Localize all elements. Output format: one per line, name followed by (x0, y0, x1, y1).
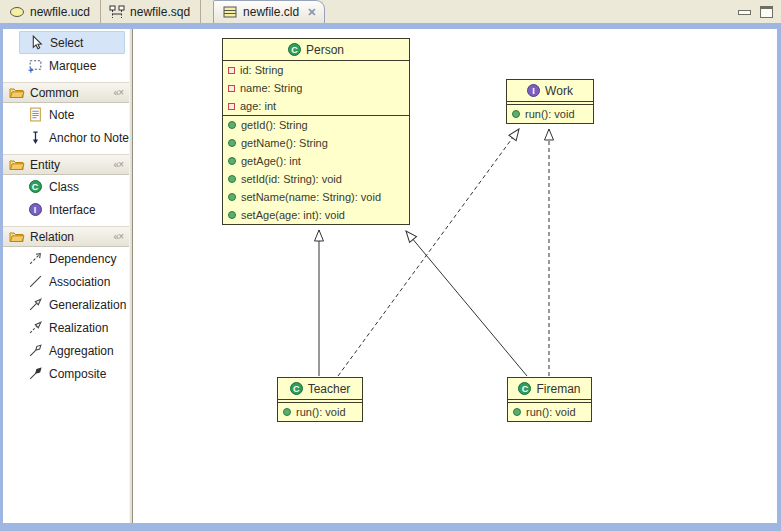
interface-icon: I (527, 84, 540, 97)
attribute-row[interactable]: id: String (223, 61, 409, 79)
window-border-right (777, 29, 781, 523)
palette-item-dependency[interactable]: Dependency (3, 247, 129, 270)
tab-newfile-ucd[interactable]: newfile.ucd (1, 0, 101, 23)
method-icon (228, 193, 236, 201)
tab-newfile-cld[interactable]: newfile.cld ✕ (213, 0, 325, 23)
method-row[interactable]: getAge(): int (223, 152, 409, 170)
realization-icon (27, 320, 43, 336)
member-text: name: String (240, 82, 302, 94)
method-row[interactable]: getId(): String (223, 116, 409, 134)
member-text: getId(): String (241, 119, 308, 131)
uml-class-teacher[interactable]: CTeacherrun(): void (277, 377, 363, 422)
attribute-row[interactable]: name: String (223, 79, 409, 97)
method-icon (228, 139, 236, 147)
palette-item-label: Association (49, 275, 110, 289)
minimize-icon[interactable] (738, 10, 751, 15)
folder-icon (9, 229, 25, 245)
member-text: run(): void (526, 406, 576, 418)
tool-palette: SelectMarqueeCommon«×NoteAnchor to NoteE… (3, 29, 129, 523)
palette-item-label: Anchor to Note (49, 131, 129, 145)
palette-item-label: Composite (49, 367, 106, 381)
methods-compartment: run(): void (507, 105, 593, 123)
editor-tabbar: newfile.ucd newfile.sqd (0, 0, 781, 23)
palette-item-anchor-to-note[interactable]: Anchor to Note (3, 126, 129, 149)
diagram-canvas[interactable]: CPersonid: Stringname: Stringage: intget… (133, 29, 777, 523)
methods-compartment: getId(): StringgetName(): StringgetAge()… (223, 116, 409, 224)
pin-icon[interactable]: «× (114, 231, 123, 242)
palette-item-label: Realization (49, 321, 108, 335)
palette-item-marquee[interactable]: Marquee (3, 54, 129, 77)
palette-item-association[interactable]: Association (3, 270, 129, 293)
palette-section-title: Entity (30, 158, 60, 172)
method-icon (228, 157, 236, 165)
view-controls (738, 0, 781, 23)
member-text: run(): void (296, 406, 346, 418)
member-text: run(): void (525, 108, 575, 120)
uml-class-fireman[interactable]: CFiremanrun(): void (507, 377, 592, 422)
class-icon: C (290, 382, 303, 395)
method-row[interactable]: run(): void (507, 105, 593, 123)
member-text: setAge(age: int): void (241, 209, 345, 221)
class-name: Teacher (308, 382, 351, 396)
tab-label: newfile.ucd (30, 5, 90, 19)
pin-icon[interactable]: «× (114, 159, 123, 170)
pin-icon[interactable]: «× (114, 87, 123, 98)
uml-box-header[interactable]: CFireman (508, 378, 591, 400)
uml-box-header[interactable]: IWork (507, 80, 593, 102)
palette-item-class[interactable]: CClass (3, 175, 129, 198)
method-row[interactable]: setAge(age: int): void (223, 206, 409, 224)
palette-section-entity[interactable]: Entity«× (3, 154, 129, 175)
anchor-arrow-icon (27, 130, 43, 146)
palette-item-label: Note (49, 108, 74, 122)
palette-item-composite[interactable]: Composite (3, 362, 129, 385)
attribute-row[interactable]: age: int (223, 97, 409, 115)
member-text: age: int (240, 100, 276, 112)
class-name: Work (545, 84, 573, 98)
attributes-compartment: id: Stringname: Stringage: int (223, 61, 409, 116)
association-icon (27, 274, 43, 290)
method-row[interactable]: getName(): String (223, 134, 409, 152)
uml-box-header[interactable]: CTeacher (278, 378, 362, 400)
palette-item-label: Interface (49, 203, 96, 217)
palette-item-label: Aggregation (49, 344, 114, 358)
close-icon[interactable]: ✕ (307, 6, 316, 19)
palette-item-generalization[interactable]: Generalization (3, 293, 129, 316)
marquee-icon (27, 58, 43, 74)
method-icon (513, 408, 521, 416)
palette-item-aggregation[interactable]: Aggregation (3, 339, 129, 362)
generalization-link-fireman-to-person[interactable] (406, 231, 527, 376)
window-border-bottom (0, 523, 781, 531)
method-row[interactable]: setId(id: String): void (223, 170, 409, 188)
palette-item-interface[interactable]: IInterface (3, 198, 129, 221)
uml-class-person[interactable]: CPersonid: Stringname: Stringage: intget… (222, 38, 410, 225)
member-text: setId(id: String): void (241, 173, 342, 185)
palette-section-title: Relation (30, 230, 74, 244)
member-text: setName(name: String): void (241, 191, 381, 203)
method-icon (228, 175, 236, 183)
palette-item-select[interactable]: Select (19, 31, 125, 54)
note-icon (27, 107, 43, 123)
palette-item-label: Select (50, 36, 83, 50)
method-row[interactable]: run(): void (508, 403, 591, 421)
palette-section-title: Common (30, 86, 79, 100)
composite-icon (27, 366, 43, 382)
dependency-icon (27, 251, 43, 267)
palette-item-label: Dependency (49, 252, 116, 266)
palette-item-realization[interactable]: Realization (3, 316, 129, 339)
palette-item-note[interactable]: Note (3, 103, 129, 126)
method-icon (512, 110, 520, 118)
palette-section-common[interactable]: Common«× (3, 82, 129, 103)
methods-compartment: run(): void (508, 403, 591, 421)
tab-newfile-sqd[interactable]: newfile.sqd (101, 0, 201, 23)
member-text: id: String (240, 64, 283, 76)
uml-box-header[interactable]: CPerson (223, 39, 409, 61)
palette-section-relation[interactable]: Relation«× (3, 226, 129, 247)
folder-icon (9, 85, 25, 101)
uml-interface-work[interactable]: IWorkrun(): void (506, 79, 594, 124)
method-row[interactable]: run(): void (278, 403, 362, 421)
generalization-icon (27, 297, 43, 313)
method-row[interactable]: setName(name: String): void (223, 188, 409, 206)
tab-label: newfile.cld (243, 5, 299, 19)
palette-item-label: Class (49, 180, 79, 194)
maximize-icon[interactable] (760, 6, 773, 18)
